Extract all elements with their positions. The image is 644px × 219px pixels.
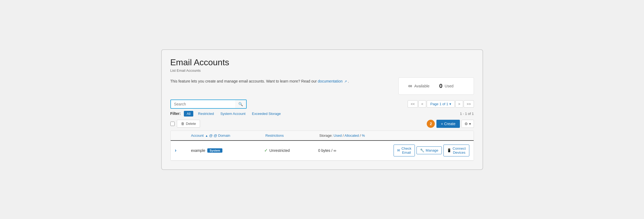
- filter-row: Filter: All Restricted System Account Ex…: [170, 111, 474, 117]
- th-account[interactable]: Account ▲ @ @ Domain: [191, 134, 266, 138]
- wrench-icon: 🔧: [420, 148, 424, 152]
- search-button[interactable]: 🔍: [235, 100, 247, 109]
- table-container: Account ▲ @ @ Domain Restrictions Storag…: [170, 131, 474, 161]
- infinity-icon: ∞: [408, 83, 412, 89]
- search-input[interactable]: [170, 100, 235, 109]
- page-subtitle: List Email Accounts: [170, 69, 474, 73]
- system-badge: System: [207, 148, 222, 153]
- toolbar-right: 2 + Create ⚙ ▾: [427, 120, 474, 128]
- used-stat: 0 Used: [439, 83, 453, 90]
- filter-restricted[interactable]: Restricted: [197, 111, 216, 117]
- stats-box: ∞ Available 0 Used: [398, 77, 474, 95]
- main-container: Email Accounts List Email Accounts This …: [161, 49, 483, 170]
- th-empty: [175, 134, 191, 138]
- available-stat: ∞ Available: [408, 83, 430, 89]
- create-button[interactable]: + Create: [436, 120, 460, 128]
- phone-icon: 📱: [447, 148, 451, 152]
- checkmark-icon: ✓: [264, 148, 268, 153]
- filter-all[interactable]: All: [184, 111, 193, 117]
- restrictions-value: Unrestricted: [269, 148, 290, 153]
- check-email-button[interactable]: ✉ Check Email: [394, 145, 415, 156]
- external-link-icon: ↗: [344, 80, 347, 83]
- page-selector[interactable]: Page 1 of 1 ▾: [427, 100, 455, 108]
- description-text: This feature lets you create and manage …: [170, 79, 349, 83]
- dropdown-arrow-icon: ▾: [449, 102, 451, 106]
- restrictions-cell: ✓ Unrestricted: [264, 148, 318, 153]
- pagination-area: << < Page 1 of 1 ▾ > >>: [408, 100, 474, 108]
- filter-system-account[interactable]: System Account: [219, 111, 247, 117]
- filter-exceeded-storage[interactable]: Exceeded Storage: [250, 111, 283, 117]
- top-row: This feature lets you create and manage …: [170, 77, 474, 95]
- page-title: Email Accounts: [170, 57, 474, 67]
- manage-button[interactable]: 🔧 Manage: [416, 146, 442, 154]
- storage-cell: 0 bytes / ∞: [318, 148, 394, 153]
- available-label: Available: [414, 84, 430, 88]
- th-actions: [395, 134, 469, 138]
- connect-devices-button[interactable]: 📱 Connect Devices: [443, 145, 469, 156]
- used-label: Used: [445, 84, 454, 88]
- notification-badge: 2: [427, 120, 435, 128]
- last-page-button[interactable]: >>: [464, 100, 474, 108]
- sort-icon: ▲: [205, 134, 208, 137]
- table-header: Account ▲ @ @ Domain Restrictions Storag…: [171, 131, 474, 141]
- first-page-button[interactable]: <<: [408, 100, 418, 108]
- gear-dropdown-icon: ▾: [469, 122, 471, 126]
- trash-icon: 🗑: [181, 122, 184, 126]
- filter-area: Filter: All Restricted System Account Ex…: [170, 111, 283, 117]
- filter-label: Filter:: [170, 111, 181, 116]
- toolbar-row: 🗑 Delete 2 + Create ⚙ ▾: [170, 120, 474, 128]
- table-row: › example System ✓ Unrestricted 0 bytes …: [171, 141, 474, 160]
- documentation-link[interactable]: documentation ↗: [318, 79, 348, 83]
- used-value: 0: [439, 83, 442, 90]
- th-storage: Storage: Used / Allocated / %: [319, 134, 395, 138]
- search-area: 🔍: [170, 100, 247, 109]
- actions-cell: ✉ Check Email 🔧 Manage 📱 Connect Devices: [394, 145, 469, 156]
- search-icon: 🔍: [238, 102, 243, 106]
- prev-page-button[interactable]: <: [418, 100, 426, 108]
- expand-icon: ›: [175, 148, 177, 153]
- account-cell: example System: [191, 148, 264, 153]
- th-restrictions[interactable]: Restrictions: [266, 134, 319, 138]
- search-row: 🔍 << < Page 1 of 1 ▾ > >>: [170, 100, 474, 109]
- account-name: example: [191, 148, 205, 153]
- toolbar-left: 🗑 Delete: [170, 120, 200, 128]
- gear-button[interactable]: ⚙ ▾: [462, 120, 474, 128]
- select-all-checkbox[interactable]: [170, 122, 175, 126]
- row-expand[interactable]: ›: [175, 148, 191, 153]
- email-icon: ✉: [397, 148, 400, 152]
- result-count: 1 - 1 of 1: [460, 112, 474, 116]
- next-page-button[interactable]: >: [455, 100, 463, 108]
- gear-icon: ⚙: [464, 122, 468, 126]
- delete-button[interactable]: 🗑 Delete: [177, 120, 200, 128]
